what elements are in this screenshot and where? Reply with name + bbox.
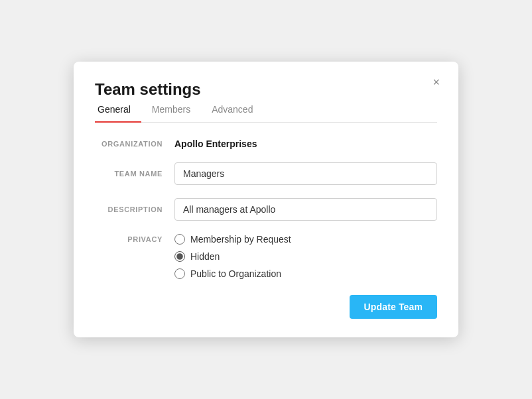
modal-footer: Update Team: [95, 295, 437, 319]
modal-overlay: Team settings × General Members Advanced…: [0, 0, 532, 399]
update-team-button[interactable]: Update Team: [350, 295, 437, 319]
description-input[interactable]: [174, 198, 437, 221]
organization-row: ORGANIZATION Apollo Enterprises: [95, 139, 437, 149]
team-name-row: TEAM NAME: [95, 162, 437, 185]
privacy-hidden-label: Hidden: [190, 251, 220, 262]
tab-advanced[interactable]: Advanced: [209, 99, 263, 123]
description-row: DESCRIPTION: [95, 198, 437, 221]
modal-title: Team settings: [95, 80, 201, 98]
privacy-radio-group: Membership by Request Hidden Public to O…: [174, 234, 291, 279]
privacy-option-public-org[interactable]: Public to Organization: [174, 268, 291, 279]
radio-public-org[interactable]: [174, 268, 185, 279]
privacy-membership-label: Membership by Request: [190, 234, 291, 245]
description-label: DESCRIPTION: [95, 205, 174, 213]
privacy-public-org-label: Public to Organization: [190, 268, 281, 279]
tabs-bar: General Members Advanced: [95, 99, 437, 123]
organization-value: Apollo Enterprises: [174, 139, 257, 149]
privacy-option-membership[interactable]: Membership by Request: [174, 234, 291, 245]
privacy-option-hidden[interactable]: Hidden: [174, 251, 291, 262]
close-button[interactable]: ×: [430, 75, 442, 89]
organization-label: ORGANIZATION: [95, 140, 174, 148]
privacy-label: PRIVACY: [95, 234, 174, 243]
privacy-row: PRIVACY Membership by Request Hidden Pub…: [95, 234, 437, 279]
tab-members[interactable]: Members: [149, 99, 201, 123]
tab-general[interactable]: General: [95, 99, 141, 123]
team-name-input[interactable]: [174, 162, 437, 185]
team-settings-modal: Team settings × General Members Advanced…: [74, 62, 458, 337]
radio-membership-request[interactable]: [174, 234, 185, 245]
radio-hidden[interactable]: [174, 251, 185, 262]
team-name-label: TEAM NAME: [95, 170, 174, 178]
